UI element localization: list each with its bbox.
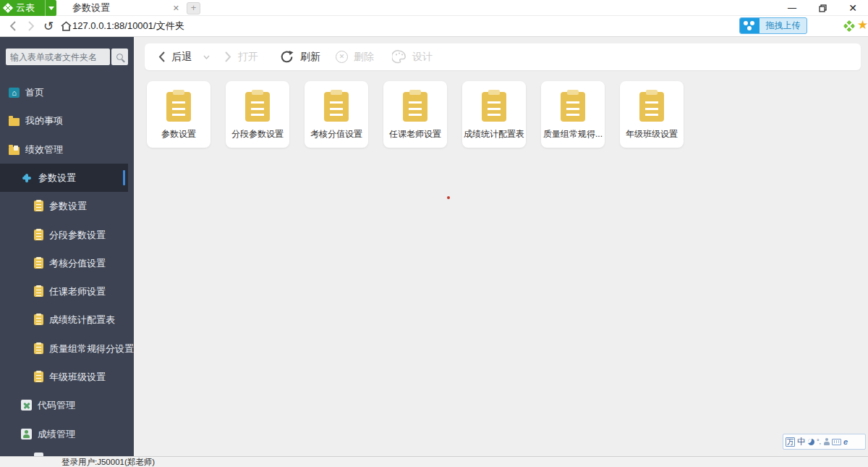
sidebar-item-my-items[interactable]: 我的事项 [9,106,63,135]
tab-close-icon[interactable]: ✕ [173,4,179,13]
file-card-parameter-settings[interactable]: 参数设置 [147,81,210,148]
sidebar-item-assessment-score-settings[interactable]: 考核分值设置 [34,249,106,277]
restore-button[interactable] [807,0,838,16]
ime-punctuation-button[interactable]: °, [817,438,821,445]
toolbar-open-button[interactable]: 打开 [224,43,258,70]
sidebar-item-home[interactable]: ⌂ 首页 [9,78,44,106]
sidebar-item-label: 首页 [25,86,44,99]
file-card-teacher-settings[interactable]: 任课老师设置 [383,81,447,148]
sidebar-item-label: 分段参数设置 [49,229,106,242]
nav-forward-button[interactable] [23,16,39,36]
toolbar-refresh-button[interactable]: 刷新 [279,43,320,70]
toolbar-back-button[interactable]: 后退 [158,43,210,70]
palette-icon [392,50,407,64]
sidebar-item-label: 我的事项 [25,114,63,127]
nav-back-button[interactable] [4,16,20,36]
nav-home-button[interactable] [58,16,74,36]
minimize-button[interactable]: — [777,0,807,16]
search-button[interactable] [111,49,128,65]
ime-chinese-mode-button[interactable]: 中 [797,436,806,448]
sidebar-item-label: 成绩统计配置表 [49,314,115,327]
drag-upload-button[interactable]: 拖拽上传 [739,17,807,34]
toolbar-design-button[interactable]: 设计 [392,43,433,70]
close-button[interactable]: ✕ [838,0,868,16]
toolbar-open-label: 打开 [238,51,258,64]
sidebar-item-label: 质量组常规得分设置 [49,342,134,355]
selected-indicator-bar [123,170,125,185]
app-logo-button[interactable]: 云表 [0,0,56,16]
nav-refresh-button[interactable]: ↺ [41,16,56,36]
app-logo-icon [3,3,13,13]
file-card-grade-class-settings[interactable]: 年级班级设置 [620,81,684,148]
tab-title: 参数设置 [72,1,110,14]
sidebar-item-label: 参数设置 [38,172,76,185]
file-card-label: 任课老师设置 [383,128,447,140]
ime-language-bar: 万 中 °, e [783,434,866,450]
sidebar-item-grade-class-settings[interactable]: 年级班级设置 [34,363,106,391]
file-card-assessment-score-settings[interactable]: 考核分值设置 [305,81,368,148]
navbar: ↺ 127.0.0.1:88/10001/文件夹 拖拽上传 ★ [0,16,868,37]
app-logo-label: 云表 [16,1,35,14]
file-card-score-statistics-table[interactable]: 成绩统计配置表 [462,81,526,148]
yunbiao-diamond-icon[interactable] [843,20,856,33]
clipboard-icon [324,92,349,122]
clipboard-icon [34,258,43,269]
ime-e-icon[interactable]: e [843,437,848,446]
file-card-label: 年级班级设置 [620,128,684,140]
keyboard-icon[interactable] [832,439,841,445]
sidebar-item-label: 参数设置 [49,200,87,213]
sidebar-item-score-mgmt[interactable]: 成绩管理 [21,420,75,448]
folder-document-icon [9,147,20,155]
sidebar-item-label: 年级班级设置 [49,371,106,384]
clipboard-icon [34,314,43,325]
chevron-down-icon [203,55,210,59]
chevron-right-icon [224,51,232,63]
clipboard-icon [34,230,43,240]
tab-parameter-settings[interactable]: 参数设置 ✕ [62,0,184,16]
sidebar-item-label: 任课老师设置 [49,285,106,298]
file-card-segment-parameter-settings[interactable]: 分段参数设置 [226,81,289,148]
file-card-quality-group-score[interactable]: 质量组常规得... [541,81,605,148]
search-input[interactable] [6,49,110,65]
sidebar-item-parameter-settings[interactable]: 参数设置 [34,192,87,220]
ime-wan-button[interactable]: 万 [786,437,795,447]
sidebar-item-quality-group-score-settings[interactable]: 质量组常规得分设置 [34,335,134,363]
sidebar-item-score-statistics-table[interactable]: 成绩统计配置表 [34,306,115,334]
toolbar-refresh-label: 刷新 [300,51,320,64]
clipboard-icon [34,343,43,354]
refresh-icon [279,49,294,64]
home-icon [60,20,72,32]
moon-icon[interactable] [808,439,814,445]
person-icon[interactable] [823,438,830,445]
sidebar-item-code-mgmt[interactable]: 代码管理 [21,391,75,419]
clipboard-icon [166,92,191,122]
sidebar-item-teacher-settings[interactable]: 任课老师设置 [34,277,106,306]
login-user-text: 登录用户:J50001(郑老师) [61,457,155,467]
toolbar-delete-button[interactable]: ✕ 删除 [336,43,374,70]
app-menu-button[interactable] [45,0,56,16]
new-tab-button[interactable]: + [187,2,200,14]
file-card-label: 质量组常规得... [541,128,605,140]
chevron-right-icon [27,20,35,32]
sidebar-item-label: 代码管理 [38,399,75,412]
titlebar: 云表 参数设置 ✕ + — ✕ [0,0,868,16]
file-card-label: 成绩统计配置表 [462,128,526,140]
sidebar: ⌂ 首页 我的事项 绩效管理 参数设置 参数设置 分段参数设置 考核分值设置 任… [0,37,134,456]
sidebar-item-segment-parameter-settings[interactable]: 分段参数设置 [34,221,106,249]
toolbar-design-label: 设计 [412,51,433,64]
clipboard-icon [403,92,427,122]
statusbar: 登录用户:J50001(郑老师) [0,456,868,467]
clipboard-icon [34,201,43,211]
address-url[interactable]: 127.0.0.1:88/10001/文件夹 [72,16,184,36]
toolbar-back-label: 后退 [171,51,192,64]
window-controls: — ✕ [777,0,868,16]
file-card-label: 分段参数设置 [226,128,289,140]
clipboard-icon [639,92,664,122]
sidebar-item-performance-mgmt[interactable]: 绩效管理 [9,135,63,164]
drag-upload-label: 拖拽上传 [760,18,807,33]
sidebar-item-parameter-settings-selected[interactable]: 参数设置 [0,164,128,192]
tools-icon [21,400,32,411]
sidebar-item-label: 考核分值设置 [49,257,106,270]
sidebar-item-label: 绩效管理 [25,143,63,156]
favorite-star-icon[interactable]: ★ [857,17,868,33]
